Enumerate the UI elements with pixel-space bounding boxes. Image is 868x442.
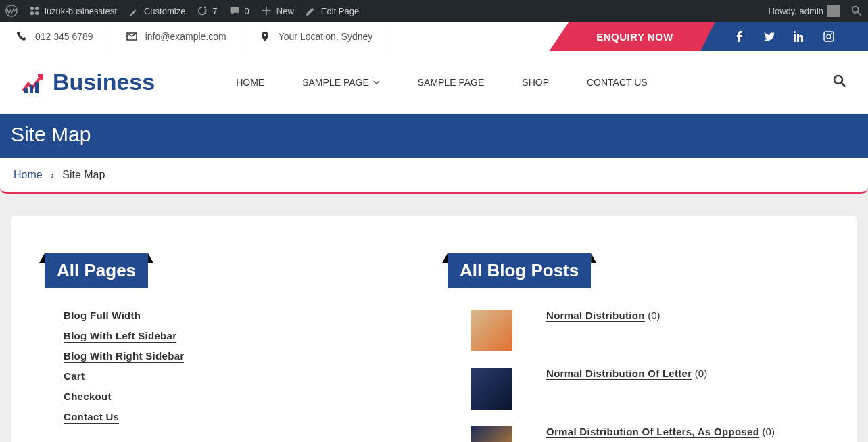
list-item: Blog Full Width (64, 310, 420, 322)
chevron-down-icon (373, 79, 380, 86)
twitter-icon[interactable] (764, 31, 775, 42)
contact-bar: 012 345 6789 info@example.com Your Locat… (0, 22, 868, 51)
list-item: Blog With Right Sidebar (64, 350, 420, 362)
svg-rect-10 (30, 85, 33, 93)
post-link[interactable]: Normal Distribution Of Letter (546, 368, 692, 380)
page-title-bar: Site Map (0, 114, 868, 158)
page-link[interactable]: Contact Us (64, 411, 119, 424)
nav-contact-label: CONTACT US (587, 77, 648, 88)
breadcrumb-separator-icon: › (51, 170, 54, 180)
new-label: New (276, 6, 294, 16)
post-link[interactable]: Ormal Distribution Of Letters, As Oppose… (546, 426, 759, 438)
page-list: Blog Full Width Blog With Left Sidebar B… (45, 310, 420, 423)
page-link[interactable]: Checkout (64, 391, 112, 403)
post-item: Normal Distribution Of Letter (0) (471, 368, 823, 410)
svg-point-5 (852, 7, 859, 13)
comments-count: 0 (245, 6, 249, 16)
post-thumbnail[interactable] (471, 426, 512, 442)
logo-text: Business (53, 69, 155, 95)
svg-point-8 (831, 33, 832, 34)
admin-search-icon[interactable] (850, 5, 863, 17)
site-name-label: luzuk-businesstest (45, 6, 117, 16)
post-thumbnail[interactable] (471, 310, 512, 351)
edit-page-link[interactable]: Edit Page (305, 5, 359, 17)
list-item: Blog With Left Sidebar (64, 330, 420, 342)
wp-logo[interactable] (5, 5, 18, 17)
nav-sample2-label: SAMPLE PAGE (418, 77, 485, 88)
post-count: (0) (763, 426, 775, 437)
nav-shop-label: SHOP (522, 77, 549, 88)
phone-icon (16, 31, 27, 42)
posts-column: All Blog Posts Normal Distribution (0) N… (448, 253, 823, 442)
contact-location: Your Location, Sydney (243, 22, 390, 51)
site-name-link[interactable]: luzuk-businesstest (28, 5, 117, 17)
post-link[interactable]: Normal Distribution (546, 310, 645, 322)
svg-rect-9 (24, 88, 28, 93)
search-button[interactable] (833, 74, 846, 91)
list-item: Cart (64, 370, 420, 383)
customize-label: Customize (144, 6, 185, 16)
all-posts-heading: All Blog Posts (448, 253, 591, 288)
nav-sample-page-1[interactable]: SAMPLE PAGE (302, 77, 380, 88)
updates-count: 7 (212, 6, 217, 16)
nav-home-label: HOME (236, 77, 264, 88)
post-meta: Normal Distribution Of Letter (0) (546, 368, 707, 380)
list-item: Contact Us (64, 411, 420, 423)
content-card: All Pages Blog Full Width Blog With Left… (11, 216, 857, 442)
page-link[interactable]: Blog Full Width (64, 310, 141, 322)
post-meta: Ormal Distribution Of Letters, As Oppose… (546, 426, 775, 438)
svg-point-4 (35, 11, 39, 15)
post-count: (0) (648, 310, 660, 321)
email-icon (126, 31, 137, 42)
svg-point-2 (35, 7, 39, 10)
post-item: Normal Distribution (0) (471, 310, 823, 351)
breadcrumb-home[interactable]: Home (14, 169, 43, 180)
customize-link[interactable]: Customize (128, 5, 185, 17)
logo-icon (22, 70, 46, 95)
enquiry-label: ENQUIRY NOW (596, 31, 673, 43)
enquiry-button[interactable]: ENQUIRY NOW (569, 22, 700, 51)
svg-point-3 (30, 11, 34, 15)
social-bar (700, 22, 868, 51)
post-count: (0) (695, 368, 707, 379)
post-item: Ormal Distribution Of Letters, As Oppose… (471, 426, 823, 442)
edit-label: Edit Page (321, 6, 359, 16)
admin-left: luzuk-businesstest Customize 7 0 New Edi… (5, 5, 359, 17)
new-link[interactable]: New (260, 5, 294, 17)
avatar (827, 5, 840, 17)
svg-point-7 (827, 34, 831, 39)
instagram-icon[interactable] (823, 31, 834, 42)
breadcrumb: Home › Site Map (0, 158, 868, 194)
howdy-user[interactable]: Howdy, admin (769, 5, 840, 17)
linkedin-icon[interactable] (794, 31, 804, 42)
breadcrumb-current: Site Map (62, 169, 105, 180)
page-link[interactable]: Blog With Right Sidebar (64, 350, 184, 363)
svg-point-1 (30, 7, 34, 10)
page-link[interactable]: Blog With Left Sidebar (64, 330, 176, 343)
post-list: Normal Distribution (0) Normal Distribut… (448, 310, 823, 442)
page-link[interactable]: Cart (64, 370, 85, 383)
updates-link[interactable]: 7 (196, 5, 217, 17)
phone-text: 012 345 6789 (35, 31, 93, 42)
site-logo[interactable]: Business (22, 69, 155, 95)
facebook-icon[interactable] (734, 31, 745, 42)
nav-menu: HOME SAMPLE PAGE SAMPLE PAGE SHOP CONTAC… (236, 77, 648, 88)
contact-phone: 012 345 6789 (0, 22, 110, 51)
svg-rect-11 (35, 82, 39, 93)
howdy-label: Howdy, admin (769, 6, 823, 16)
post-meta: Normal Distribution (0) (546, 310, 660, 322)
nav-contact[interactable]: CONTACT US (587, 77, 648, 88)
post-thumbnail[interactable] (471, 368, 512, 410)
wp-admin-bar: luzuk-businesstest Customize 7 0 New Edi… (0, 0, 868, 22)
main-header: Business HOME SAMPLE PAGE SAMPLE PAGE SH… (0, 51, 868, 114)
nav-home[interactable]: HOME (236, 77, 264, 88)
list-item: Checkout (64, 391, 420, 403)
page-title: Site Map (11, 123, 857, 146)
comments-link[interactable]: 0 (228, 5, 249, 17)
location-text: Your Location, Sydney (279, 31, 373, 42)
nav-shop[interactable]: SHOP (522, 77, 549, 88)
nav-sample-page-2[interactable]: SAMPLE PAGE (418, 77, 485, 88)
admin-right: Howdy, admin (769, 5, 863, 17)
location-icon (260, 31, 270, 42)
enquiry-wrap: ENQUIRY NOW (569, 22, 868, 51)
